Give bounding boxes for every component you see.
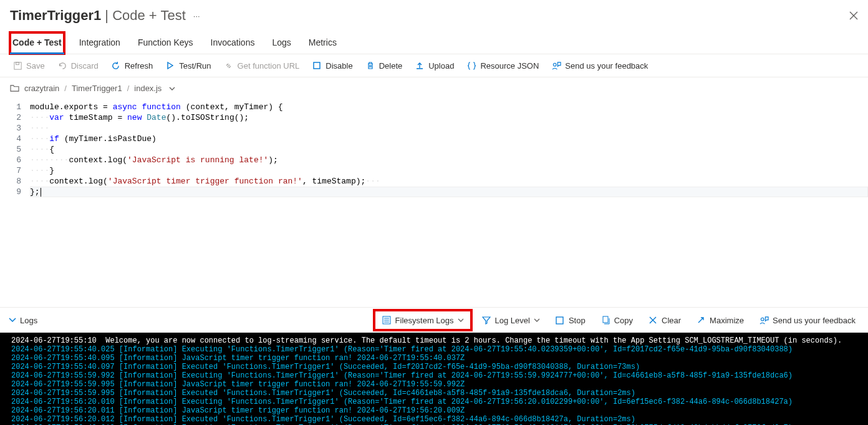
logs-feedback-label: Send us your feedback (773, 316, 856, 325)
discard-label: Discard (71, 61, 99, 71)
log-level-dropdown[interactable]: Log Level (478, 313, 544, 328)
svg-point-3 (553, 63, 556, 66)
svg-rect-2 (314, 62, 320, 69)
bc-app[interactable]: crazytrain (24, 84, 59, 93)
clear-button[interactable]: Clear (644, 313, 685, 328)
svg-rect-6 (603, 316, 608, 323)
max-label: Maximize (710, 316, 744, 325)
maximize-button[interactable]: Maximize (692, 313, 748, 328)
feedback-button[interactable]: Send us your feedback (546, 58, 653, 73)
chevron-down-icon (9, 318, 16, 323)
list-icon (382, 315, 392, 325)
close-icon[interactable] (849, 11, 858, 20)
disable-button[interactable]: Disable (307, 58, 357, 73)
braces-icon (466, 61, 476, 71)
svg-rect-5 (556, 317, 563, 324)
log-console[interactable]: 2024-06-27T19:55:10 Welcome, you are now… (0, 333, 868, 425)
disable-label: Disable (326, 61, 352, 71)
logs-title: Logs (20, 316, 37, 325)
logs-header: Logs Filesystem Logs Log Level Stop Copy… (0, 307, 868, 333)
refresh-icon (111, 61, 121, 71)
refresh-label: Refresh (125, 61, 153, 71)
link-icon (224, 61, 234, 71)
page-subtitle: | Code + Test (105, 7, 185, 24)
copy-icon (600, 315, 610, 325)
tab-integration[interactable]: Integration (77, 32, 123, 54)
upload-button[interactable]: Upload (410, 58, 459, 73)
page-header: TimerTrigger1 | Code + Test ··· (0, 0, 868, 26)
bc-func[interactable]: TimerTrigger1 (72, 84, 122, 93)
copy-button[interactable]: Copy (597, 313, 637, 328)
more-icon[interactable]: ··· (193, 11, 200, 21)
stop-label: Stop (569, 316, 586, 325)
geturl-label: Get function URL (238, 61, 300, 71)
filter-icon (481, 315, 491, 325)
folder-icon (10, 84, 19, 92)
svg-point-7 (761, 318, 764, 321)
play-icon (165, 61, 175, 71)
undo-icon (57, 61, 67, 71)
stop-icon (312, 61, 322, 71)
logs-feedback-button[interactable]: Send us your feedback (755, 313, 859, 328)
chevron-down-icon[interactable] (169, 87, 175, 90)
fslogs-label: Filesystem Logs (395, 316, 454, 325)
breadcrumb: crazytrain / TimerTrigger1 / index.js (0, 77, 868, 99)
delete-label: Delete (379, 61, 403, 71)
save-button[interactable]: Save (7, 58, 50, 73)
trash-icon (365, 61, 375, 71)
svg-rect-0 (14, 62, 21, 69)
tab-code[interactable]: Code + Test (10, 32, 64, 54)
tab-metrics[interactable]: Metrics (306, 32, 339, 54)
chevron-down-icon (534, 318, 540, 322)
tab-logs[interactable]: Logs (269, 32, 293, 54)
line-gutter: 123456789 (0, 99, 30, 307)
tab-inv[interactable]: Invocations (208, 32, 258, 54)
delete-button[interactable]: Delete (360, 58, 408, 73)
test-label: Test/Run (179, 61, 211, 71)
save-icon (12, 61, 22, 71)
json-label: Resource JSON (480, 61, 539, 71)
upload-icon (415, 61, 425, 71)
copy-label: Copy (614, 316, 633, 325)
toolbar: Save Discard Refresh Test/Run Get functi… (0, 54, 868, 77)
page-title: TimerTrigger1 (10, 7, 101, 24)
logs-toggle[interactable]: Logs (9, 316, 37, 325)
stop-icon (555, 315, 565, 325)
level-label: Log Level (495, 316, 530, 325)
tabs-bar: Code + TestIntegrationFunction KeysInvoc… (0, 26, 868, 54)
clear-icon (648, 315, 658, 325)
discard-button[interactable]: Discard (52, 58, 104, 73)
test-run-button[interactable]: Test/Run (160, 58, 216, 73)
upload-label: Upload (428, 61, 454, 71)
filesystem-logs-dropdown[interactable]: Filesystem Logs (375, 311, 470, 329)
stop-button[interactable]: Stop (551, 313, 589, 328)
bc-file[interactable]: index.js (134, 84, 162, 93)
code-editor[interactable]: 123456789 module.exports = async functio… (0, 99, 868, 307)
chevron-down-icon (458, 318, 464, 322)
code-content[interactable]: module.exports = async function (context… (30, 99, 868, 307)
person-feedback-icon (551, 61, 561, 71)
maximize-icon (696, 315, 706, 325)
tab-keys[interactable]: Function Keys (135, 32, 196, 54)
resource-json-button[interactable]: Resource JSON (461, 58, 544, 73)
save-label: Save (26, 61, 45, 71)
person-feedback-icon (759, 315, 769, 325)
refresh-button[interactable]: Refresh (106, 58, 158, 73)
svg-rect-1 (16, 62, 19, 64)
feedback-label: Send us your feedback (565, 61, 648, 71)
get-url-button[interactable]: Get function URL (219, 58, 305, 73)
clear-label: Clear (662, 316, 681, 325)
